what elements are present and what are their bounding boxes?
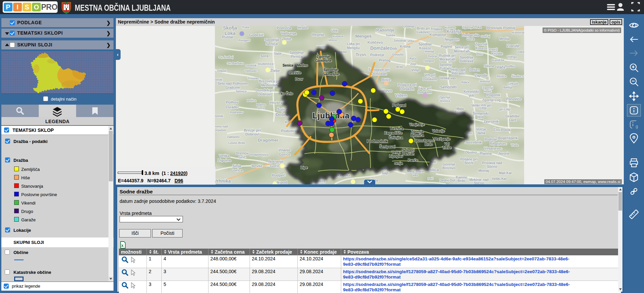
svg-text:Zagradišče: Zagradišče bbox=[385, 131, 402, 135]
svg-text:Dobrovi: Dobrovi bbox=[258, 93, 271, 96]
svg-text:Zapodje: Zapodje bbox=[475, 74, 488, 77]
svg-text:Pretrž: Pretrž bbox=[489, 48, 497, 51]
svg-text:Vrh pri: Vrh pri bbox=[424, 73, 435, 77]
svg-text:Zvarulje: Zvarulje bbox=[507, 44, 520, 48]
svg-text:Kandrše: Kandrše bbox=[492, 59, 504, 62]
svg-text:Zgornji Log: Zgornji Log bbox=[482, 98, 501, 102]
svg-text:E=444357.9 N=92464.7 D96: E=444357.9 N=92464.7 D96 bbox=[118, 178, 183, 183]
svg-text:Dvorje: Dvorje bbox=[428, 54, 437, 58]
svg-text:Jesenje: Jesenje bbox=[479, 80, 490, 83]
svg-text:Negastrn: Negastrn bbox=[445, 38, 459, 41]
svg-text:Dvor: Dvor bbox=[295, 77, 303, 81]
svg-text:Litiji: Litiji bbox=[480, 106, 487, 110]
svg-text:Osolnik: Osolnik bbox=[245, 64, 257, 67]
svg-text:Koseze: Koseze bbox=[333, 35, 344, 38]
svg-text:Javorje: Javorje bbox=[498, 152, 510, 155]
svg-text:Vaše: Vaše bbox=[274, 52, 282, 56]
svg-text:Podrečje: Podrečje bbox=[370, 53, 385, 57]
svg-text:Dobrovi: Dobrovi bbox=[245, 132, 259, 136]
svg-text:Brdo: Brdo bbox=[425, 143, 432, 146]
svg-text:Veliki: Veliki bbox=[392, 151, 400, 154]
svg-text:Imenje: Imenje bbox=[425, 50, 434, 53]
svg-text:Tumše: Tumše bbox=[386, 34, 395, 37]
svg-text:Zbilje: Zbilje bbox=[282, 37, 292, 41]
svg-text:Zgornje: Zgornje bbox=[475, 42, 488, 46]
svg-text:Kompolje: Kompolje bbox=[429, 33, 446, 37]
svg-text:Vrba: Vrba bbox=[408, 39, 415, 43]
svg-text:Velika: Velika bbox=[219, 154, 230, 158]
svg-text:vreno nad: vreno nad bbox=[213, 125, 228, 128]
svg-text:Velika vas: Velika vas bbox=[440, 76, 456, 80]
svg-text:Trzin: Trzin bbox=[356, 52, 366, 57]
svg-text:Spodnja: Spodnja bbox=[460, 56, 473, 59]
svg-text:Bogenšperk: Bogenšperk bbox=[498, 136, 518, 140]
svg-text:Grič: Grič bbox=[238, 155, 246, 159]
svg-text:Dragomer: Dragomer bbox=[258, 138, 278, 143]
svg-text:Gora: Gora bbox=[466, 37, 475, 41]
svg-text:Dedni Dol: Dedni Dol bbox=[440, 179, 455, 182]
svg-text:Ržišče: Ržišče bbox=[497, 75, 507, 78]
svg-text:Jastrebnik: Jastrebnik bbox=[465, 141, 482, 144]
svg-text:Podbu: Podbu bbox=[505, 65, 515, 68]
svg-text:Ligojna: Ligojna bbox=[218, 158, 231, 162]
svg-text:vas: vas bbox=[413, 173, 418, 177]
svg-text:Spodnji: Spodnji bbox=[440, 63, 452, 67]
svg-text:Pančah: Pančah bbox=[402, 152, 414, 156]
svg-text:Mala: Mala bbox=[456, 107, 464, 111]
svg-text:Sv. Andrej: Sv. Andrej bbox=[219, 56, 233, 59]
svg-text:Gradec: Gradec bbox=[228, 105, 239, 109]
svg-text:Ravno: Ravno bbox=[424, 139, 434, 143]
svg-text:Vrata: Vrata bbox=[511, 143, 519, 147]
svg-text:Selce pri: Selce pri bbox=[455, 45, 469, 49]
svg-text:Hruševo: Hruševo bbox=[270, 101, 285, 105]
svg-text:Stegne: Stegne bbox=[424, 59, 434, 63]
svg-text:Godešič: Godešič bbox=[249, 33, 263, 37]
svg-text:Babna: Babna bbox=[256, 103, 266, 106]
svg-text:Brezovo: Brezovo bbox=[442, 166, 455, 170]
svg-text:Besnica: Besnica bbox=[390, 127, 404, 131]
svg-text:Ožbolt: Ožbolt bbox=[217, 69, 226, 73]
svg-text:Besnica: Besnica bbox=[411, 134, 424, 137]
svg-text:Senica: Senica bbox=[283, 64, 294, 67]
svg-text:Mengšu: Mengšu bbox=[347, 46, 360, 50]
svg-text:Panče: Panče bbox=[408, 158, 418, 162]
svg-text:Trebe: Trebe bbox=[443, 146, 452, 150]
svg-text:Žlebe: Žlebe bbox=[270, 69, 280, 73]
svg-text:Moravčah: Moravčah bbox=[440, 58, 455, 61]
svg-text:Vel: Vel bbox=[445, 142, 450, 146]
svg-text:Volčja: Volčja bbox=[476, 127, 486, 131]
svg-text:Radomlje: Radomlje bbox=[376, 28, 394, 33]
svg-text:Trojava: Trojava bbox=[430, 27, 442, 31]
svg-text:Spodnje: Spodnje bbox=[323, 68, 338, 72]
svg-text:Širmanski: Širmanski bbox=[473, 111, 489, 115]
svg-text:Osredek pri: Osredek pri bbox=[255, 88, 274, 92]
svg-text:Vintarjevec: Vintarjevec bbox=[484, 147, 502, 150]
svg-text:Tehovec: Tehovec bbox=[245, 69, 257, 73]
svg-text:Podgrad: Podgrad bbox=[392, 104, 406, 107]
svg-text:x: x bbox=[121, 243, 124, 248]
svg-text:Veliki Kal: Veliki Kal bbox=[492, 177, 507, 181]
svg-text:Brezovica pri: Brezovica pri bbox=[259, 79, 280, 83]
svg-text:Stično: Stično bbox=[474, 181, 484, 184]
svg-text:Petelinjek Podmilj: Petelinjek Podmilj bbox=[486, 26, 515, 30]
svg-text:Podpeč: Podpeč bbox=[272, 173, 285, 177]
svg-text:Kresniški: Kresniški bbox=[463, 90, 479, 94]
svg-text:Krašnja: Krašnja bbox=[447, 29, 461, 34]
svg-text:Javor: Javor bbox=[414, 139, 423, 143]
svg-text:Loka pri: Loka pri bbox=[347, 42, 360, 46]
svg-text:Podplešivica: Podplešivica bbox=[250, 153, 269, 156]
svg-text:Dolenje: Dolenje bbox=[404, 26, 415, 28]
svg-text:Moravčah: Moravčah bbox=[454, 49, 470, 53]
svg-text:Križate: Križate bbox=[491, 52, 503, 56]
svg-text:Belica: Belica bbox=[247, 99, 257, 102]
svg-text:Polhov: Polhov bbox=[226, 100, 239, 104]
svg-text:Studenčice: Studenčice bbox=[257, 62, 273, 66]
svg-text:Drenov: Drenov bbox=[236, 151, 249, 155]
svg-text:Setnica: Setnica bbox=[236, 90, 247, 93]
svg-text:Lipe: Lipe bbox=[301, 166, 308, 170]
svg-text:Prežganje: Prežganje bbox=[434, 137, 450, 141]
svg-text:Sinja: Sinja bbox=[232, 164, 242, 168]
svg-text:Dolskem: Dolskem bbox=[423, 77, 437, 81]
svg-text:Zgornja: Zgornja bbox=[439, 96, 451, 99]
svg-text:Vače: Vače bbox=[496, 65, 506, 70]
